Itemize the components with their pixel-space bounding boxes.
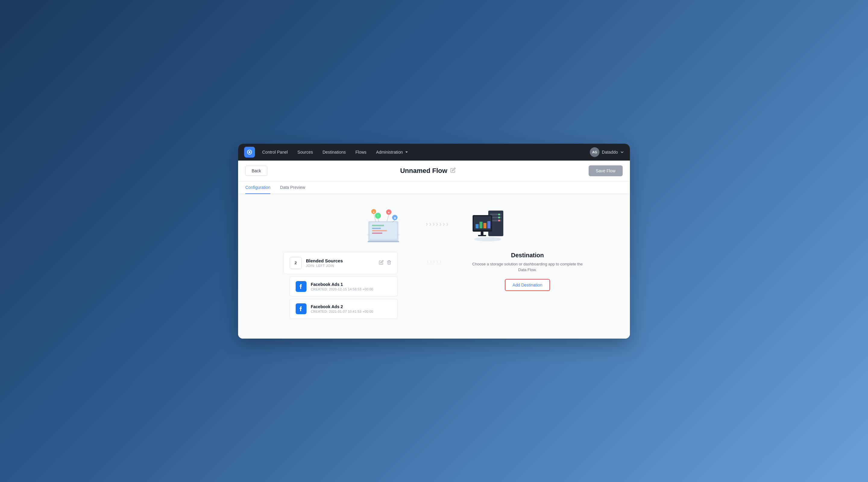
- navbar-administration[interactable]: Administration: [376, 150, 408, 155]
- facebook-ads-1-name: Facebook Ads 1: [311, 282, 373, 287]
- facebook-icon-2: [296, 303, 307, 314]
- destination-area: Destination Choose a storage solution or…: [470, 252, 585, 291]
- back-button[interactable]: Back: [245, 166, 267, 176]
- main-content: Back Unnamed Flow Save Flow Configuratio…: [238, 161, 630, 339]
- navbar-links: Control Panel Sources Destinations Flows…: [262, 150, 580, 155]
- svg-rect-4: [372, 225, 384, 226]
- flow-arrows: › › › › › › ›: [426, 220, 448, 228]
- svg-rect-31: [475, 224, 478, 228]
- navbar-control-panel[interactable]: Control Panel: [262, 150, 288, 155]
- app-logo: [244, 147, 255, 158]
- svg-point-21: [474, 237, 501, 241]
- flow-title: Unnamed Flow: [400, 167, 447, 175]
- blended-count-badge: 2: [290, 257, 302, 269]
- chevron-down-icon: [620, 150, 624, 154]
- delete-blended-icon[interactable]: [387, 260, 392, 266]
- blended-join-type: JOIN: LEFT JOIN: [306, 264, 375, 267]
- blended-actions: [379, 260, 392, 266]
- destination-description: Choose a storage solution or dashboardin…: [470, 261, 585, 273]
- svg-rect-8: [368, 241, 399, 242]
- svg-rect-7: [372, 232, 382, 234]
- blended-sources-card: 2 Blended Sources JOIN: LEFT JOIN: [283, 252, 398, 274]
- svg-point-26: [498, 214, 500, 215]
- svg-point-27: [498, 217, 500, 218]
- source-card-section: 2 Blended Sources JOIN: LEFT JOIN: [283, 252, 398, 319]
- source-item-facebook-ads-1: Facebook Ads 1 CREATED: 2020-12-15 14:58…: [289, 277, 398, 296]
- svg-rect-36: [478, 235, 486, 236]
- blended-info: Blended Sources JOIN: LEFT JOIN: [306, 258, 375, 267]
- svg-point-28: [498, 220, 500, 221]
- sub-sources-list: Facebook Ads 1 CREATED: 2020-12-15 14:58…: [289, 277, 398, 319]
- svg-rect-6: [372, 230, 387, 231]
- add-destination-button[interactable]: Add Destination: [505, 279, 550, 291]
- facebook-ads-2-name: Facebook Ads 2: [311, 304, 373, 309]
- edit-flow-name-icon[interactable]: [450, 167, 456, 174]
- header-bar: Back Unnamed Flow Save Flow: [238, 161, 630, 181]
- save-flow-button[interactable]: Save Flow: [589, 165, 623, 176]
- blended-sources-name: Blended Sources: [306, 258, 375, 263]
- navbar-destinations[interactable]: Destinations: [322, 150, 346, 155]
- svg-point-0: [249, 151, 250, 153]
- flow-canvas: ↑ ● ◆ ▲: [238, 194, 630, 339]
- svg-text:◆: ◆: [394, 216, 396, 219]
- avatar: AG: [590, 147, 599, 157]
- svg-text:▲: ▲: [373, 211, 375, 213]
- svg-rect-5: [372, 228, 381, 229]
- facebook-ads-2-info: Facebook Ads 2 CREATED: 2021-01-07 10:41…: [311, 304, 373, 313]
- svg-line-18: [387, 215, 389, 221]
- svg-rect-33: [484, 223, 487, 228]
- tab-configuration[interactable]: Configuration: [245, 181, 270, 194]
- source-illustration: ↑ ● ◆ ▲: [359, 206, 407, 242]
- user-menu[interactable]: AG Dataddo: [590, 147, 624, 157]
- illustration-row: ↑ ● ◆ ▲: [245, 206, 623, 242]
- navbar-sources[interactable]: Sources: [298, 150, 313, 155]
- svg-rect-34: [487, 221, 490, 228]
- destination-illustration: [467, 206, 509, 242]
- facebook-ads-2-date: CREATED: 2021-01-07 10:41:53 +00:00: [311, 310, 373, 313]
- svg-text:↑: ↑: [377, 214, 379, 218]
- navbar-flows[interactable]: Flows: [355, 150, 367, 155]
- tabs: Configuration Data Preview: [238, 181, 630, 194]
- svg-rect-32: [479, 222, 483, 228]
- facebook-ads-1-info: Facebook Ads 1 CREATED: 2020-12-15 14:58…: [311, 282, 373, 291]
- svg-text:●: ●: [388, 211, 390, 214]
- app-window: Control Panel Sources Destinations Flows…: [238, 144, 630, 339]
- facebook-icon-1: [296, 281, 307, 292]
- tab-data-preview[interactable]: Data Preview: [280, 181, 305, 194]
- navbar: Control Panel Sources Destinations Flows…: [238, 144, 630, 161]
- username: Dataddo: [602, 150, 618, 155]
- destination-title: Destination: [511, 252, 544, 259]
- source-item-facebook-ads-2: Facebook Ads 2 CREATED: 2021-01-07 10:41…: [289, 299, 398, 319]
- flow-title-area: Unnamed Flow: [400, 167, 456, 175]
- svg-rect-35: [481, 232, 484, 235]
- cards-row: 2 Blended Sources JOIN: LEFT JOIN: [245, 252, 623, 319]
- edit-blended-icon[interactable]: [379, 260, 384, 266]
- cards-arrow-spacer: › › › › ›: [416, 252, 452, 265]
- facebook-ads-1-date: CREATED: 2020-12-15 14:58:53 +00:00: [311, 287, 373, 291]
